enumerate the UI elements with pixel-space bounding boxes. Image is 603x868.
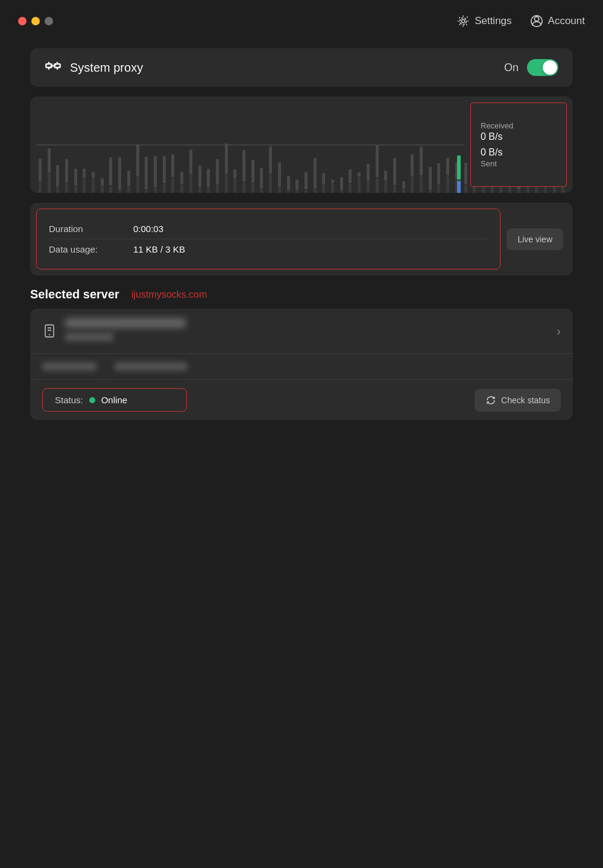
bar-bottom (56, 187, 59, 193)
live-view-button[interactable]: Live view (507, 228, 563, 250)
bar-top (358, 172, 361, 177)
server-name-row[interactable]: › (30, 309, 573, 354)
bar-top (216, 159, 219, 185)
bar-top (402, 181, 405, 189)
settings-button[interactable]: Settings (456, 14, 511, 28)
bar-bottom (269, 174, 272, 193)
bar-top (154, 156, 157, 187)
bar-top (74, 169, 77, 186)
server-icon (42, 324, 57, 338)
bar-bottom (101, 187, 104, 193)
bar-bottom (118, 190, 121, 193)
bar-bottom (437, 185, 440, 193)
bar-bottom (402, 189, 405, 193)
check-status-button[interactable]: Check status (475, 389, 561, 412)
toggle-knob (543, 60, 557, 75)
chart-bar-group (231, 102, 239, 193)
sent-label: Sent (481, 159, 557, 168)
received-stat: Received 0 B/s (481, 121, 557, 142)
chart-bar-group (364, 102, 372, 193)
chart-bar-group (160, 102, 168, 193)
chart-bar-group (54, 102, 62, 193)
traffic-light-minimize[interactable] (31, 17, 40, 25)
chart-bar-group (125, 102, 133, 193)
chart-bar-group (267, 102, 274, 193)
bar-bottom (109, 186, 112, 193)
chart-bar-group (240, 102, 248, 193)
bar-top (109, 157, 112, 185)
bar-top (340, 177, 343, 190)
chart-bar-group (107, 102, 115, 193)
bar-top (242, 150, 245, 181)
sent-value: 0 B/s (481, 147, 557, 158)
bar-bottom (136, 177, 139, 193)
bar-bottom (145, 190, 148, 193)
bar-bottom (65, 183, 68, 193)
bar-bottom (340, 191, 343, 193)
bar-top (437, 163, 440, 185)
chevron-right-icon: › (557, 324, 561, 338)
data-usage-row: Data usage: 11 KB / 3 KB (49, 239, 488, 259)
bar-top (189, 149, 192, 174)
traffic-light-fullscreen[interactable] (45, 17, 53, 25)
server-meta1-blurred (42, 362, 96, 371)
bar-top (305, 172, 308, 189)
bar-bottom (420, 176, 423, 193)
bar-bottom (376, 178, 379, 193)
account-button[interactable]: Account (530, 14, 585, 28)
section-header: Selected server ijustmysocks.com (30, 288, 573, 301)
proxy-toggle[interactable] (527, 59, 558, 76)
chart-bar-group (98, 102, 106, 193)
status-value: Online (101, 395, 127, 405)
chart-bar-group (36, 102, 44, 193)
bar-bottom (349, 184, 352, 193)
proxy-right: On (504, 59, 558, 76)
chart-bar-group (302, 102, 310, 193)
duration-value: 0:00:03 (133, 224, 163, 234)
bar-top (83, 169, 86, 178)
chart-bar-group (89, 102, 97, 193)
section-title: Selected server (30, 288, 119, 301)
bar-bottom (384, 181, 387, 193)
proxy-card: System proxy On (30, 48, 573, 87)
chart-bar-group (134, 102, 142, 193)
nav-buttons: Settings Account (456, 14, 585, 28)
bar-top (65, 159, 68, 183)
chart-bar-group (196, 102, 204, 193)
chart-bar-group (338, 102, 346, 193)
account-label: Account (548, 15, 585, 27)
status-row: Status: Online Check status (30, 380, 573, 420)
bar-top (376, 145, 379, 177)
main-content: System proxy On Received (0, 42, 603, 426)
chart-bar-group (258, 102, 266, 193)
bar-top (314, 158, 317, 189)
bar-top (233, 169, 236, 178)
chart-bar-group (417, 102, 425, 193)
bar-top (393, 158, 396, 184)
bar-bottom (198, 188, 201, 193)
chart-bar-group (63, 102, 71, 193)
chart-bar-group (355, 102, 363, 193)
bar-top (429, 167, 432, 190)
bar-top (251, 160, 254, 183)
server-meta-row (30, 354, 573, 380)
account-icon (530, 14, 543, 28)
bar-top (127, 171, 130, 186)
bar-bottom (74, 186, 77, 193)
svg-point-1 (460, 18, 467, 25)
bar-bottom (180, 184, 183, 193)
chart-bar-group (382, 102, 390, 193)
bar-top (171, 154, 174, 177)
sent-stat: 0 B/s Sent (481, 147, 557, 168)
traffic-light-close[interactable] (18, 17, 27, 25)
bar-bottom (358, 177, 361, 193)
bar-bottom (48, 174, 51, 193)
active-green-bar (457, 156, 461, 180)
bar-top (163, 156, 166, 183)
bar-bottom (446, 176, 449, 193)
bar-top (136, 145, 139, 176)
bar-top (145, 157, 148, 189)
bar-bottom (127, 187, 130, 193)
received-value: 0 B/s (481, 131, 557, 142)
bar-top (260, 168, 263, 189)
